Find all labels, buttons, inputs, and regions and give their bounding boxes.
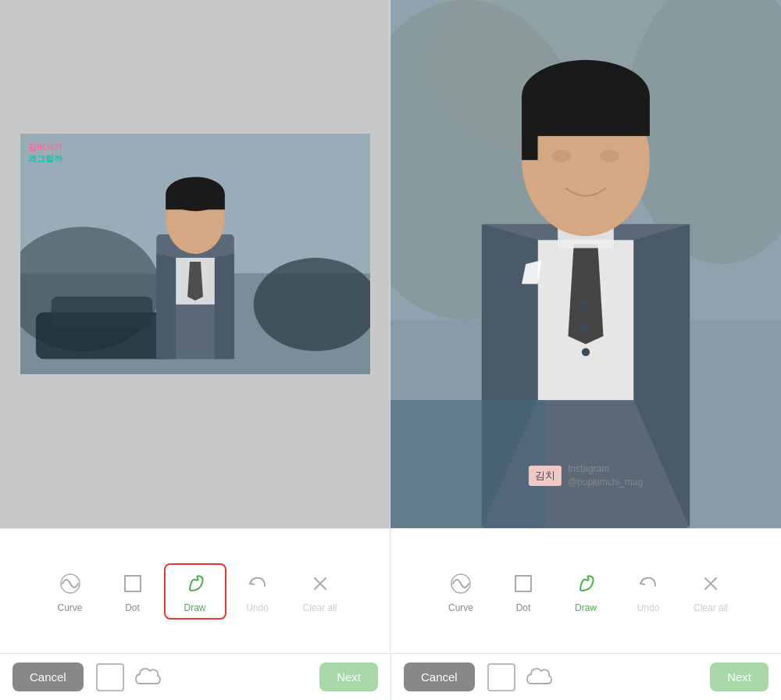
curve-label-left: Curve (57, 602, 82, 613)
draw-tool-left[interactable]: Draw (164, 563, 226, 620)
bottom-right: Cancel Next (390, 654, 781, 700)
bottom-action-bar: Cancel Next Cancel Next (0, 653, 781, 700)
clear-label-right: Clear all (694, 602, 728, 613)
kimchi-badge: 김치 (529, 466, 562, 486)
cancel-button-right[interactable]: Cancel (404, 662, 475, 691)
left-photo: 김비서가 왜그럴까 (20, 134, 370, 374)
dot-icon-right (509, 570, 537, 598)
toolbar-left: Curve Dot Draw (0, 529, 390, 653)
svg-rect-31 (522, 96, 650, 136)
toolbar-right: Curve Dot Draw (390, 529, 781, 653)
bottom-left: Cancel Next (0, 654, 390, 700)
dot-tool-left[interactable]: Dot (102, 563, 164, 620)
curve-tool-left[interactable]: Curve (39, 563, 102, 620)
svg-rect-35 (390, 400, 546, 528)
toolbar-area: Curve Dot Draw (0, 528, 781, 653)
tool-buttons-left: Curve Dot Draw (0, 529, 390, 653)
draw-icon-left (181, 570, 209, 598)
drama-title-line1: 김비서가 (28, 141, 62, 153)
shape-preview-square-left[interactable] (96, 663, 124, 691)
left-panel: 김비서가 왜그럴까 (0, 0, 390, 528)
cancel-button-left[interactable]: Cancel (12, 662, 84, 691)
clear-label-left: Clear all (302, 602, 337, 613)
tool-buttons-right: Curve Dot Draw (390, 529, 781, 653)
undo-label-right: Undo (637, 602, 660, 613)
svg-rect-32 (522, 96, 537, 160)
draw-tool-right[interactable]: Draw (555, 563, 617, 620)
clear-tool-right[interactable]: Clear all (679, 563, 742, 620)
svg-marker-11 (187, 262, 203, 301)
dot-tool-right[interactable]: Dot (492, 563, 555, 620)
undo-icon-right (634, 570, 662, 598)
draw-icon-right (572, 570, 600, 598)
shape-preview-square-right[interactable] (487, 663, 515, 691)
svg-point-24 (582, 300, 590, 308)
undo-tool-right[interactable]: Undo (617, 563, 679, 620)
svg-point-33 (552, 150, 572, 162)
curve-tool-right[interactable]: Curve (430, 563, 492, 620)
svg-point-26 (582, 348, 590, 356)
undo-label-left: Undo (246, 602, 269, 613)
svg-marker-41 (515, 576, 531, 591)
svg-rect-9 (166, 194, 225, 209)
svg-marker-13 (215, 254, 234, 359)
curve-label-right: Curve (448, 602, 473, 613)
main-area: 김비서가 왜그럴까 (0, 0, 781, 528)
right-photo: 김치 Instagram @popkimchi_mag (390, 0, 781, 528)
curve-icon-right (447, 570, 475, 598)
right-scene-svg (390, 0, 781, 528)
left-image-container: 김비서가 왜그럴까 (20, 133, 371, 375)
drama-title-line2: 왜그럴까 (28, 153, 62, 165)
svg-marker-12 (156, 254, 176, 359)
undo-icon-left (244, 570, 272, 598)
draw-label-right: Draw (575, 602, 597, 613)
clear-icon-right (697, 570, 725, 598)
curve-icon-left (56, 570, 84, 598)
right-panel: 김치 Instagram @popkimchi_mag (390, 0, 781, 528)
svg-point-25 (582, 324, 590, 332)
clear-icon-left (306, 570, 334, 598)
draw-label-left: Draw (184, 602, 205, 613)
dot-label-left: Dot (125, 602, 140, 613)
dot-icon-left (119, 570, 147, 598)
undo-tool-left[interactable]: Undo (226, 563, 289, 620)
next-button-right[interactable]: Next (710, 662, 769, 691)
next-button-left[interactable]: Next (319, 662, 378, 691)
left-scene-svg (20, 134, 370, 374)
instagram-handle: Instagram @popkimchi_mag (568, 462, 643, 489)
svg-point-34 (600, 150, 619, 162)
shape-preview-cloud-right[interactable] (523, 663, 555, 691)
shape-preview-cloud-left[interactable] (132, 663, 163, 691)
clear-tool-left[interactable]: Clear all (289, 563, 351, 620)
svg-rect-5 (52, 297, 152, 328)
watermark: 김치 Instagram @popkimchi_mag (529, 462, 643, 489)
drama-title: 김비서가 왜그럴까 (28, 141, 62, 166)
dot-label-right: Dot (516, 602, 531, 613)
svg-marker-37 (125, 576, 141, 591)
